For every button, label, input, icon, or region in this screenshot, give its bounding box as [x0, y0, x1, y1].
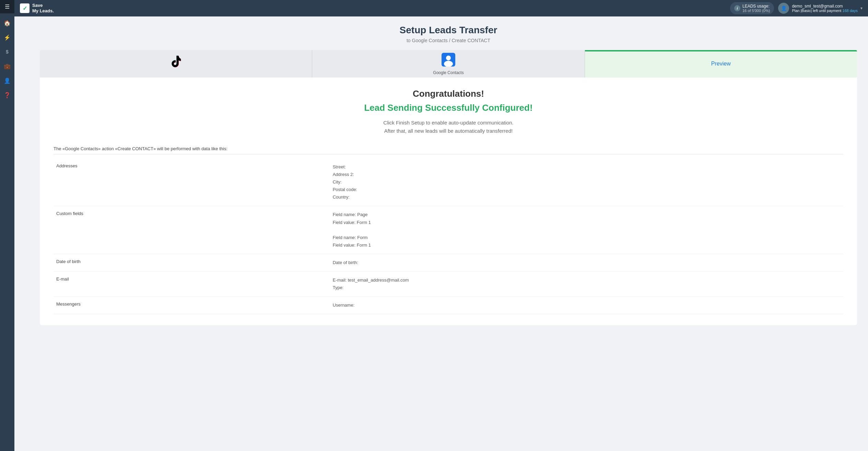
home-icon: 🏠 [4, 20, 11, 26]
sidebar-item-billing[interactable]: $ [1, 46, 13, 58]
leads-usage-text: LEADS usage: 16 of 5'000 (0%) [742, 4, 770, 13]
data-preview-label: The «Google Contacts» action «Create CON… [54, 146, 843, 154]
help-icon: ❓ [4, 92, 11, 98]
step-tiktok[interactable] [40, 50, 312, 78]
user-plan-text: Plan |Basic| left until payment 168 days [792, 9, 858, 13]
topbar: ✓ SaveMy Leads. i LEADS usage: 16 of 5'0… [14, 0, 868, 16]
leads-count: 16 of 5'000 (0%) [742, 9, 770, 13]
chevron-down-icon[interactable]: ▾ [860, 6, 863, 11]
table-row: MessengersUsername: [54, 297, 843, 314]
page-subtitle: to Google Contacts / Create CONTACT [40, 38, 857, 43]
field-name: Addresses [54, 158, 330, 206]
user-info: 👤 demo_sml_test@gmail.com Plan |Basic| l… [778, 3, 863, 14]
sidebar-item-help[interactable]: ❓ [1, 89, 13, 101]
content-box: Congratulations! Lead Sending Successful… [40, 78, 857, 325]
google-contacts-label: Google Contacts [433, 70, 464, 75]
logo-checkmark: ✓ [23, 5, 27, 12]
field-value: Field name: Page Field value: Form 1 Fie… [330, 206, 843, 254]
preview-label: Preview [711, 61, 731, 67]
sidebar-item-home[interactable]: 🏠 [1, 17, 13, 29]
success-text: Lead Sending Successfully Configured! [54, 103, 843, 113]
field-value: E-mail: test_email_address@mail.com Type… [330, 272, 843, 297]
account-icon: 👤 [4, 78, 11, 84]
field-name: Date of birth [54, 254, 330, 271]
congrats-title: Congratulations! [54, 88, 843, 99]
svg-point-1 [446, 56, 451, 60]
field-value: Username: [330, 297, 843, 314]
avatar: 👤 [778, 3, 789, 14]
steps-bar: Google Contacts Preview [40, 50, 857, 78]
tiktok-icon [169, 55, 183, 72]
hamburger-button[interactable]: ☰ [0, 0, 14, 13]
table-row: Date of birthDate of birth: [54, 254, 843, 271]
table-row: AddressesStreet: Address 2: City: Postal… [54, 158, 843, 206]
user-details: demo_sml_test@gmail.com Plan |Basic| lef… [792, 4, 858, 13]
page-title: Setup Leads Transfer [40, 25, 857, 36]
topbar-center: i LEADS usage: 16 of 5'000 (0%) 👤 demo_s… [730, 2, 863, 14]
app-name: SaveMy Leads. [32, 3, 54, 13]
logo-icon: ✓ [20, 3, 30, 13]
sidebar: ☰ 🏠 ⚡ $ 💼 👤 ❓ [0, 0, 14, 451]
main-content: Setup Leads Transfer to Google Contacts … [29, 16, 868, 451]
sidebar-nav: 🏠 ⚡ $ 💼 👤 ❓ [0, 13, 14, 105]
step-google-contacts[interactable]: Google Contacts [312, 50, 585, 78]
templates-icon: 💼 [4, 63, 11, 70]
leads-usage: i LEADS usage: 16 of 5'000 (0%) [730, 2, 774, 14]
billing-icon: $ [6, 49, 9, 55]
table-row: Custom fieldsField name: Page Field valu… [54, 206, 843, 254]
step-preview[interactable]: Preview [585, 50, 857, 78]
field-value: Street: Address 2: City: Postal code: Co… [330, 158, 843, 206]
field-name: E-mail [54, 272, 330, 297]
leads-label: LEADS usage: [742, 4, 770, 9]
sidebar-item-templates[interactable]: 💼 [1, 60, 13, 72]
field-value: Date of birth: [330, 254, 843, 271]
user-email: demo_sml_test@gmail.com [792, 4, 858, 9]
data-table: AddressesStreet: Address 2: City: Postal… [54, 158, 843, 314]
integrations-icon: ⚡ [4, 34, 11, 41]
active-bar [585, 50, 857, 51]
info-icon: i [734, 5, 740, 11]
instruction-text: Click Finish Setup to enable auto-update… [54, 119, 843, 135]
field-name: Messengers [54, 297, 330, 314]
hamburger-icon: ☰ [5, 3, 10, 10]
sidebar-item-integrations[interactable]: ⚡ [1, 31, 13, 44]
field-name: Custom fields [54, 206, 330, 254]
google-contacts-icon [442, 53, 455, 69]
topbar-logo: ✓ SaveMy Leads. [20, 3, 730, 13]
sidebar-item-account[interactable]: 👤 [1, 74, 13, 87]
table-row: E-mailE-mail: test_email_address@mail.co… [54, 272, 843, 297]
